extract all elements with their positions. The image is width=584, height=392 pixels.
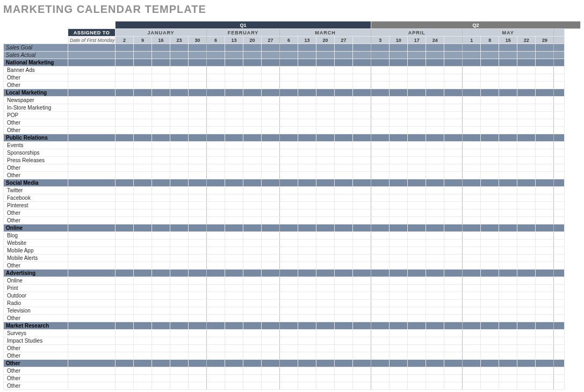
cell[interactable] — [353, 247, 371, 255]
cell[interactable] — [225, 224, 243, 232]
cell[interactable] — [298, 157, 316, 164]
cell[interactable] — [335, 127, 353, 134]
cell[interactable] — [426, 322, 444, 330]
cell[interactable] — [499, 224, 517, 232]
cell[interactable] — [170, 307, 189, 315]
cell[interactable] — [170, 164, 189, 172]
cell[interactable] — [353, 232, 371, 239]
cell[interactable] — [499, 232, 517, 239]
cell[interactable] — [353, 345, 371, 352]
cell[interactable] — [134, 202, 152, 209]
cell[interactable] — [481, 82, 499, 89]
cell[interactable] — [408, 255, 426, 262]
cell[interactable] — [262, 382, 280, 390]
cell[interactable] — [189, 337, 207, 345]
cell[interactable] — [316, 255, 335, 262]
cell[interactable] — [554, 330, 565, 337]
cell[interactable] — [316, 187, 335, 194]
cell[interactable] — [262, 52, 280, 59]
cell[interactable] — [316, 300, 335, 307]
cell[interactable] — [189, 330, 207, 337]
cell[interactable] — [298, 375, 316, 382]
cell[interactable] — [225, 285, 243, 292]
cell[interactable] — [116, 52, 134, 59]
cell[interactable] — [262, 202, 280, 209]
cell[interactable] — [463, 209, 481, 217]
cell[interactable] — [225, 277, 243, 285]
cell[interactable] — [554, 52, 565, 59]
cell[interactable] — [499, 119, 517, 127]
cell[interactable] — [499, 104, 517, 112]
assigned-cell[interactable] — [68, 262, 116, 270]
cell[interactable] — [444, 59, 463, 67]
cell[interactable] — [371, 292, 390, 300]
cell[interactable] — [536, 157, 554, 164]
cell[interactable] — [262, 315, 280, 322]
cell[interactable] — [353, 119, 371, 127]
assigned-cell[interactable] — [68, 52, 116, 59]
cell[interactable] — [262, 262, 280, 270]
assigned-cell[interactable] — [68, 270, 116, 277]
cell[interactable] — [426, 67, 444, 74]
cell[interactable] — [517, 262, 536, 270]
cell[interactable] — [444, 352, 463, 360]
cell[interactable] — [207, 149, 225, 157]
cell[interactable] — [390, 89, 408, 97]
cell[interactable] — [426, 307, 444, 315]
cell[interactable] — [463, 44, 481, 52]
cell[interactable] — [152, 292, 170, 300]
cell[interactable] — [536, 255, 554, 262]
cell[interactable] — [426, 82, 444, 89]
cell[interactable] — [517, 352, 536, 360]
cell[interactable] — [225, 209, 243, 217]
cell[interactable] — [116, 345, 134, 352]
assigned-cell[interactable] — [68, 202, 116, 209]
cell[interactable] — [335, 52, 353, 59]
cell[interactable] — [444, 149, 463, 157]
cell[interactable] — [116, 382, 134, 390]
cell[interactable] — [225, 142, 243, 149]
cell[interactable] — [426, 277, 444, 285]
cell[interactable] — [536, 89, 554, 97]
cell[interactable] — [335, 232, 353, 239]
cell[interactable] — [116, 59, 134, 67]
cell[interactable] — [207, 270, 225, 277]
cell[interactable] — [353, 134, 371, 142]
cell[interactable] — [225, 52, 243, 59]
cell[interactable] — [481, 277, 499, 285]
cell[interactable] — [426, 104, 444, 112]
cell[interactable] — [517, 89, 536, 97]
cell[interactable] — [426, 292, 444, 300]
cell[interactable] — [481, 119, 499, 127]
cell[interactable] — [463, 382, 481, 390]
cell[interactable] — [280, 142, 298, 149]
cell[interactable] — [170, 247, 189, 255]
cell[interactable] — [463, 255, 481, 262]
cell[interactable] — [463, 292, 481, 300]
cell[interactable] — [444, 202, 463, 209]
cell[interactable] — [390, 104, 408, 112]
cell[interactable] — [371, 119, 390, 127]
cell[interactable] — [280, 292, 298, 300]
cell[interactable] — [280, 89, 298, 97]
assigned-cell[interactable] — [68, 247, 116, 255]
cell[interactable] — [481, 112, 499, 119]
cell[interactable] — [335, 82, 353, 89]
cell[interactable] — [426, 119, 444, 127]
cell[interactable] — [536, 232, 554, 239]
cell[interactable] — [243, 44, 262, 52]
cell[interactable] — [353, 179, 371, 187]
cell[interactable] — [444, 164, 463, 172]
cell[interactable] — [371, 52, 390, 59]
cell[interactable] — [444, 292, 463, 300]
cell[interactable] — [371, 134, 390, 142]
cell[interactable] — [517, 97, 536, 104]
cell[interactable] — [298, 134, 316, 142]
cell[interactable] — [243, 270, 262, 277]
cell[interactable] — [463, 119, 481, 127]
cell[interactable] — [408, 149, 426, 157]
cell[interactable] — [390, 224, 408, 232]
cell[interactable] — [152, 67, 170, 74]
cell[interactable] — [444, 187, 463, 194]
cell[interactable] — [463, 315, 481, 322]
